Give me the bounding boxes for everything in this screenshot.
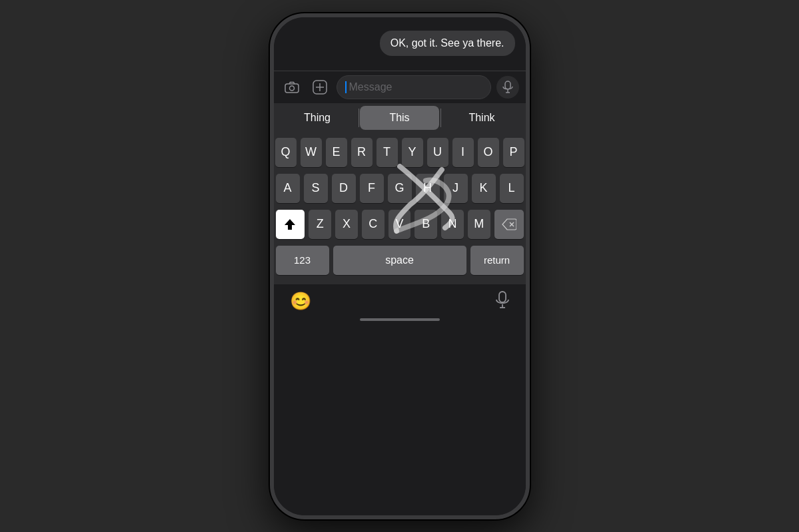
key-W[interactable]: W bbox=[301, 138, 322, 167]
key-B[interactable]: B bbox=[414, 210, 437, 239]
key-X[interactable]: X bbox=[335, 210, 358, 239]
key-row-2: A S D F G H J K L bbox=[276, 174, 524, 203]
key-M[interactable]: M bbox=[468, 210, 490, 239]
space-button[interactable]: space bbox=[333, 246, 466, 275]
keyboard: Q W E R T Y U I O P A S D F G bbox=[274, 133, 526, 284]
key-K[interactable]: K bbox=[472, 174, 496, 203]
svg-rect-5 bbox=[505, 81, 510, 89]
home-indicator-area bbox=[274, 316, 526, 326]
key-S[interactable]: S bbox=[304, 174, 328, 203]
key-U[interactable]: U bbox=[427, 138, 448, 167]
message-bubble: OK, got it. See ya there. bbox=[380, 31, 515, 56]
svg-rect-0 bbox=[285, 84, 299, 93]
text-cursor bbox=[345, 81, 347, 93]
home-indicator bbox=[360, 318, 440, 321]
svg-point-1 bbox=[289, 86, 294, 91]
phone-inner: OK, got it. See ya there. Mess bbox=[274, 17, 526, 515]
key-G[interactable]: G bbox=[388, 174, 412, 203]
bottom-bar: 😊 bbox=[274, 284, 526, 316]
key-row-3: Z X C V B N M bbox=[276, 210, 524, 239]
key-Q[interactable]: Q bbox=[275, 138, 297, 167]
key-Y[interactable]: Y bbox=[402, 138, 423, 167]
key-E[interactable]: E bbox=[326, 138, 347, 167]
key-row-4: 123 space return bbox=[276, 246, 524, 275]
key-A[interactable]: A bbox=[276, 174, 300, 203]
input-placeholder: Message bbox=[349, 81, 393, 93]
key-O[interactable]: O bbox=[478, 138, 499, 167]
camera-button[interactable] bbox=[281, 76, 303, 99]
message-input[interactable]: Message bbox=[337, 75, 491, 99]
key-Z[interactable]: Z bbox=[309, 210, 331, 239]
key-R[interactable]: R bbox=[351, 138, 373, 167]
mic-button[interactable] bbox=[496, 76, 519, 99]
key-F[interactable]: F bbox=[360, 174, 384, 203]
predictive-this[interactable]: This bbox=[360, 106, 439, 130]
key-H[interactable]: H bbox=[416, 174, 440, 203]
svg-rect-10 bbox=[499, 292, 506, 302]
emoji-button[interactable]: 😊 bbox=[290, 291, 311, 312]
keyboard-container: Q W E R T Y U I O P A S D F G bbox=[274, 133, 526, 284]
appstore-button[interactable] bbox=[309, 76, 331, 99]
predictive-bar: Thing This Think bbox=[274, 103, 526, 133]
pred-divider-right bbox=[440, 109, 441, 127]
key-L[interactable]: L bbox=[500, 174, 524, 203]
dictation-button[interactable] bbox=[495, 291, 510, 312]
key-row-1: Q W E R T Y U I O P bbox=[276, 138, 524, 167]
phone-frame: OK, got it. See ya there. Mess bbox=[270, 13, 530, 519]
predictive-think[interactable]: Think bbox=[442, 106, 522, 130]
key-D[interactable]: D bbox=[332, 174, 356, 203]
key-V[interactable]: V bbox=[389, 210, 411, 239]
key-J[interactable]: J bbox=[444, 174, 468, 203]
input-bar: Message bbox=[274, 71, 526, 103]
numbers-button[interactable]: 123 bbox=[276, 246, 329, 275]
shift-button[interactable] bbox=[276, 210, 305, 239]
delete-button[interactable] bbox=[494, 210, 524, 239]
messages-area: OK, got it. See ya there. bbox=[274, 17, 526, 71]
key-N[interactable]: N bbox=[441, 210, 464, 239]
key-C[interactable]: C bbox=[362, 210, 385, 239]
return-button[interactable]: return bbox=[470, 246, 524, 275]
key-P[interactable]: P bbox=[503, 138, 524, 167]
pred-divider-left bbox=[359, 109, 359, 127]
key-T[interactable]: T bbox=[377, 138, 398, 167]
predictive-thing[interactable]: Thing bbox=[278, 106, 357, 130]
key-I[interactable]: I bbox=[452, 138, 474, 167]
